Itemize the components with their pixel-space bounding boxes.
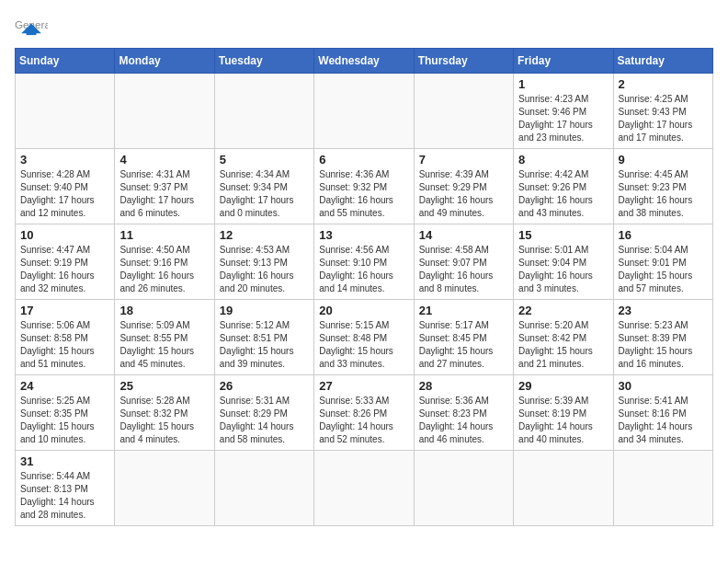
weekday-header: Sunday: [16, 49, 115, 74]
calendar-cell: 31Sunrise: 5:44 AM Sunset: 8:13 PM Dayli…: [16, 451, 115, 526]
day-number: 22: [518, 304, 608, 317]
calendar-cell: 23Sunrise: 5:23 AM Sunset: 8:39 PM Dayli…: [613, 300, 712, 375]
day-number: 9: [619, 153, 708, 167]
calendar-cell: 14Sunrise: 4:58 AM Sunset: 9:07 PM Dayli…: [414, 224, 513, 300]
day-number: 17: [20, 304, 109, 317]
day-number: 16: [619, 228, 708, 242]
calendar-week-row: 24Sunrise: 5:25 AM Sunset: 8:35 PM Dayli…: [16, 375, 713, 451]
day-info: Sunrise: 4:28 AM Sunset: 9:40 PM Dayligh…: [20, 168, 109, 220]
calendar-cell: 20Sunrise: 5:15 AM Sunset: 8:48 PM Dayli…: [314, 300, 414, 375]
calendar-cell: 3Sunrise: 4:28 AM Sunset: 9:40 PM Daylig…: [16, 149, 115, 224]
day-info: Sunrise: 5:36 AM Sunset: 8:23 PM Dayligh…: [419, 395, 508, 446]
day-number: 13: [319, 228, 408, 242]
calendar-cell: [16, 74, 115, 149]
day-number: 1: [518, 77, 608, 91]
day-info: Sunrise: 5:33 AM Sunset: 8:26 PM Dayligh…: [319, 395, 408, 446]
calendar-cell: 19Sunrise: 5:12 AM Sunset: 8:51 PM Dayli…: [214, 300, 313, 375]
calendar-cell: 27Sunrise: 5:33 AM Sunset: 8:26 PM Dayli…: [314, 375, 414, 451]
day-number: 4: [119, 153, 209, 167]
calendar-cell: [613, 451, 712, 526]
day-number: 26: [220, 379, 309, 393]
calendar-cell: 22Sunrise: 5:20 AM Sunset: 8:42 PM Dayli…: [514, 300, 613, 375]
day-info: Sunrise: 5:25 AM Sunset: 8:35 PM Dayligh…: [20, 395, 109, 446]
day-number: 18: [119, 304, 209, 317]
page-header: General: [15, 15, 713, 40]
day-number: 6: [319, 153, 408, 167]
day-info: Sunrise: 5:09 AM Sunset: 8:55 PM Dayligh…: [119, 319, 209, 371]
weekday-header: Saturday: [613, 49, 712, 74]
day-number: 14: [419, 228, 508, 242]
day-number: 21: [419, 304, 508, 317]
calendar-cell: 17Sunrise: 5:06 AM Sunset: 8:58 PM Dayli…: [16, 300, 115, 375]
calendar-week-row: 31Sunrise: 5:44 AM Sunset: 8:13 PM Dayli…: [16, 451, 713, 526]
calendar-cell: 26Sunrise: 5:31 AM Sunset: 8:29 PM Dayli…: [214, 375, 313, 451]
calendar-cell: 12Sunrise: 4:53 AM Sunset: 9:13 PM Dayli…: [214, 224, 313, 300]
calendar-cell: 21Sunrise: 5:17 AM Sunset: 8:45 PM Dayli…: [414, 300, 513, 375]
calendar-week-row: 10Sunrise: 4:47 AM Sunset: 9:19 PM Dayli…: [16, 224, 713, 300]
calendar-cell: [414, 451, 513, 526]
day-info: Sunrise: 5:06 AM Sunset: 8:58 PM Dayligh…: [20, 319, 109, 371]
day-number: 27: [319, 379, 408, 393]
weekday-header: Friday: [514, 49, 613, 74]
day-info: Sunrise: 4:47 AM Sunset: 9:19 PM Dayligh…: [20, 244, 109, 295]
day-info: Sunrise: 4:25 AM Sunset: 9:43 PM Dayligh…: [619, 93, 708, 144]
day-info: Sunrise: 4:39 AM Sunset: 9:29 PM Dayligh…: [419, 168, 508, 220]
calendar-cell: [214, 451, 313, 526]
day-number: 29: [518, 379, 608, 393]
day-number: 3: [20, 153, 109, 167]
day-info: Sunrise: 5:04 AM Sunset: 9:01 PM Dayligh…: [619, 244, 708, 295]
day-info: Sunrise: 5:39 AM Sunset: 8:19 PM Dayligh…: [518, 395, 608, 446]
day-info: Sunrise: 5:31 AM Sunset: 8:29 PM Dayligh…: [220, 395, 309, 446]
day-info: Sunrise: 5:20 AM Sunset: 8:42 PM Dayligh…: [518, 319, 608, 371]
weekday-header: Monday: [115, 49, 214, 74]
day-number: 12: [220, 228, 309, 242]
generalblue-logo-icon: General: [15, 15, 48, 40]
calendar-table: SundayMondayTuesdayWednesdayThursdayFrid…: [15, 48, 713, 526]
calendar-cell: 29Sunrise: 5:39 AM Sunset: 8:19 PM Dayli…: [514, 375, 613, 451]
day-info: Sunrise: 4:58 AM Sunset: 9:07 PM Dayligh…: [419, 244, 508, 295]
calendar-cell: [314, 451, 414, 526]
calendar-cell: 10Sunrise: 4:47 AM Sunset: 9:19 PM Dayli…: [16, 224, 115, 300]
day-info: Sunrise: 4:36 AM Sunset: 9:32 PM Dayligh…: [319, 168, 408, 220]
calendar-cell: 5Sunrise: 4:34 AM Sunset: 9:34 PM Daylig…: [214, 149, 313, 224]
day-number: 19: [220, 304, 309, 317]
day-info: Sunrise: 5:41 AM Sunset: 8:16 PM Dayligh…: [619, 395, 708, 446]
day-number: 24: [20, 379, 109, 393]
day-info: Sunrise: 4:45 AM Sunset: 9:23 PM Dayligh…: [619, 168, 708, 220]
day-info: Sunrise: 4:42 AM Sunset: 9:26 PM Dayligh…: [518, 168, 608, 220]
calendar-cell: 8Sunrise: 4:42 AM Sunset: 9:26 PM Daylig…: [514, 149, 613, 224]
calendar-week-row: 1Sunrise: 4:23 AM Sunset: 9:46 PM Daylig…: [16, 74, 713, 149]
day-number: 11: [119, 228, 209, 242]
day-number: 15: [518, 228, 608, 242]
day-info: Sunrise: 5:44 AM Sunset: 8:13 PM Dayligh…: [20, 470, 109, 522]
calendar-cell: [414, 74, 513, 149]
day-number: 7: [419, 153, 508, 167]
calendar-cell: 11Sunrise: 4:50 AM Sunset: 9:16 PM Dayli…: [115, 224, 214, 300]
day-number: 23: [619, 304, 708, 317]
svg-rect-2: [27, 30, 37, 35]
calendar-cell: 4Sunrise: 4:31 AM Sunset: 9:37 PM Daylig…: [115, 149, 214, 224]
calendar-cell: 6Sunrise: 4:36 AM Sunset: 9:32 PM Daylig…: [314, 149, 414, 224]
calendar-cell: [214, 74, 313, 149]
calendar-cell: 16Sunrise: 5:04 AM Sunset: 9:01 PM Dayli…: [613, 224, 712, 300]
day-number: 2: [619, 77, 708, 91]
logo: General: [15, 15, 51, 40]
day-number: 25: [119, 379, 209, 393]
calendar-week-row: 17Sunrise: 5:06 AM Sunset: 8:58 PM Dayli…: [16, 300, 713, 375]
calendar-cell: 18Sunrise: 5:09 AM Sunset: 8:55 PM Dayli…: [115, 300, 214, 375]
calendar-cell: 30Sunrise: 5:41 AM Sunset: 8:16 PM Dayli…: [613, 375, 712, 451]
calendar-cell: 24Sunrise: 5:25 AM Sunset: 8:35 PM Dayli…: [16, 375, 115, 451]
weekday-header: Thursday: [414, 49, 513, 74]
day-info: Sunrise: 5:12 AM Sunset: 8:51 PM Dayligh…: [220, 319, 309, 371]
day-number: 31: [20, 454, 109, 468]
calendar-cell: 15Sunrise: 5:01 AM Sunset: 9:04 PM Dayli…: [514, 224, 613, 300]
weekday-header: Tuesday: [214, 49, 313, 74]
weekday-header: Wednesday: [314, 49, 414, 74]
day-number: 20: [319, 304, 408, 317]
calendar-week-row: 3Sunrise: 4:28 AM Sunset: 9:40 PM Daylig…: [16, 149, 713, 224]
calendar-cell: 9Sunrise: 4:45 AM Sunset: 9:23 PM Daylig…: [613, 149, 712, 224]
calendar-cell: 28Sunrise: 5:36 AM Sunset: 8:23 PM Dayli…: [414, 375, 513, 451]
calendar-cell: [514, 451, 613, 526]
calendar-cell: 25Sunrise: 5:28 AM Sunset: 8:32 PM Dayli…: [115, 375, 214, 451]
day-number: 30: [619, 379, 708, 393]
